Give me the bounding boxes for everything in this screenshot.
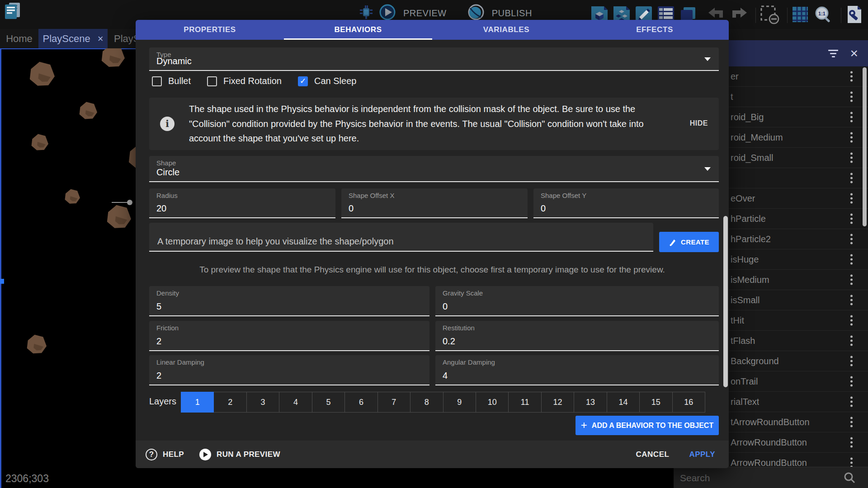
layer-button-1[interactable]: 1 <box>181 392 214 413</box>
kebab-menu-icon[interactable] <box>850 315 853 326</box>
angular-damping-field[interactable]: Angular Damping 4 <box>435 355 719 385</box>
svg-text:1:1: 1:1 <box>818 11 826 16</box>
shape-offset-x-field[interactable]: Shape Offset X 0 <box>341 188 528 218</box>
linear-damping-field[interactable]: Linear Damping 2 <box>149 355 429 385</box>
can-sleep-label: Can Sleep <box>314 76 356 86</box>
friction-field[interactable]: Friction 2 <box>149 321 429 351</box>
temp-image-field[interactable] <box>149 223 653 252</box>
gravity-scale-field[interactable]: Gravity Scale 0 <box>435 286 719 316</box>
help-icon[interactable]: ? <box>146 449 157 460</box>
layer-button-15[interactable]: 15 <box>640 392 672 413</box>
can-sleep-checkbox[interactable]: ✓ <box>298 76 308 86</box>
kebab-menu-icon[interactable] <box>850 132 853 143</box>
kebab-menu-icon[interactable] <box>850 92 853 102</box>
layer-button-6[interactable]: 6 <box>345 392 377 413</box>
info-text: The shape used in the Physics behavior i… <box>189 102 675 146</box>
physics-flags-row: Bullet Fixed Rotation ✓ Can Sleep <box>152 76 366 86</box>
dialog-footer: ? HELP RUN A PREVIEW CANCEL APPLY <box>136 441 729 468</box>
layer-button-14[interactable]: 14 <box>607 392 640 413</box>
type-select[interactable]: Type Dynamic <box>149 47 719 71</box>
restitution-field[interactable]: Restitution 0.2 <box>435 321 719 351</box>
density-field[interactable]: Density 5 <box>149 286 429 316</box>
kebab-menu-icon[interactable] <box>850 397 853 407</box>
kebab-menu-icon[interactable] <box>850 437 853 448</box>
layer-buttons: 12345678910111213141516 <box>181 392 705 413</box>
object-search-bar <box>674 467 868 488</box>
kebab-menu-icon[interactable] <box>850 336 853 346</box>
add-behavior-button[interactable]: + ADD A BEHAVIOR TO THE OBJECT <box>576 416 719 435</box>
zoom-original-icon[interactable]: 1:1 <box>813 5 833 26</box>
layer-button-16[interactable]: 16 <box>673 392 705 413</box>
layer-button-4[interactable]: 4 <box>279 392 312 413</box>
layer-button-12[interactable]: 12 <box>542 392 574 413</box>
tab-playscene[interactable]: PlayScene × <box>38 29 108 48</box>
layer-button-3[interactable]: 3 <box>247 392 279 413</box>
cursor-coordinates: 2306;303 <box>5 473 49 485</box>
preview-hint: To preview the shape that the Physics en… <box>136 265 729 275</box>
fixed-rotation-checkbox[interactable] <box>207 76 217 86</box>
tab-effects[interactable]: EFFECTS <box>580 20 729 40</box>
info-icon: i <box>160 117 175 131</box>
apply-button[interactable]: APPLY <box>689 450 715 459</box>
kebab-menu-icon[interactable] <box>850 71 853 82</box>
layer-button-10[interactable]: 10 <box>476 392 509 413</box>
layer-button-8[interactable]: 8 <box>410 392 443 413</box>
panel-scrollbar[interactable] <box>863 67 867 226</box>
grid-icon[interactable] <box>791 5 809 25</box>
kebab-menu-icon[interactable] <box>850 275 853 285</box>
debug-icon[interactable] <box>358 4 374 22</box>
radius-field[interactable]: Radius 20 <box>149 188 335 218</box>
run-preview-icon[interactable] <box>199 449 211 460</box>
cancel-button[interactable]: CANCEL <box>636 450 670 459</box>
tab-close-icon[interactable]: × <box>98 33 104 45</box>
project-manager-icon[interactable] <box>4 2 22 22</box>
shape-label: Shape <box>156 159 176 167</box>
layer-button-7[interactable]: 7 <box>378 392 410 413</box>
kebab-menu-icon[interactable] <box>850 214 853 224</box>
close-panel-icon[interactable]: × <box>850 47 858 60</box>
kebab-menu-icon[interactable] <box>850 193 853 204</box>
project-settings-icon[interactable] <box>845 5 864 26</box>
temp-image-input[interactable] <box>156 236 612 247</box>
kebab-menu-icon[interactable] <box>850 376 853 387</box>
kebab-menu-icon[interactable] <box>850 417 853 427</box>
layer-button-5[interactable]: 5 <box>312 392 345 413</box>
dialog-scrollbar[interactable] <box>723 216 728 387</box>
tab-playscene-label: PlayScene <box>42 33 90 45</box>
shape-value: Circle <box>156 167 179 178</box>
tab-variables[interactable]: VARIABLES <box>432 20 580 40</box>
kebab-menu-icon[interactable] <box>850 254 853 265</box>
tab-home[interactable]: Home <box>0 29 38 48</box>
chevron-down-icon <box>704 57 711 61</box>
kebab-menu-icon[interactable] <box>850 356 853 366</box>
layers-row: Layers 12345678910111213141516 <box>149 392 719 413</box>
layer-button-11[interactable]: 11 <box>509 392 541 413</box>
preview-button[interactable]: PREVIEW <box>403 8 447 19</box>
shape-select[interactable]: Shape Circle <box>149 156 719 182</box>
redo-icon[interactable] <box>730 6 748 24</box>
run-preview-button[interactable]: RUN A PREVIEW <box>217 450 280 459</box>
help-button[interactable]: HELP <box>163 450 184 459</box>
bullet-label: Bullet <box>168 76 191 86</box>
kebab-menu-icon[interactable] <box>850 295 853 305</box>
layer-button-13[interactable]: 13 <box>574 392 607 413</box>
shape-offset-y-field[interactable]: Shape Offset Y 0 <box>533 188 719 218</box>
kebab-menu-icon[interactable] <box>850 173 853 183</box>
kebab-menu-icon[interactable] <box>850 234 853 244</box>
tab-properties[interactable]: PROPERTIES <box>136 20 284 40</box>
fixed-rotation-label: Fixed Rotation <box>223 76 282 86</box>
publish-button[interactable]: PUBLISH <box>492 8 532 19</box>
layer-button-9[interactable]: 9 <box>443 392 476 413</box>
brush-icon <box>669 238 677 246</box>
bullet-checkbox[interactable] <box>152 76 162 86</box>
layer-button-2[interactable]: 2 <box>214 392 246 413</box>
create-button[interactable]: CREATE <box>659 232 719 252</box>
kebab-menu-icon[interactable] <box>850 112 853 122</box>
search-input[interactable] <box>679 470 830 486</box>
kebab-menu-icon[interactable] <box>850 153 853 163</box>
tab-behaviors[interactable]: BEHAVIORS <box>284 20 432 40</box>
deselect-instances-icon[interactable] <box>760 5 779 26</box>
filter-icon[interactable] <box>828 50 838 57</box>
chevron-down-icon <box>704 167 711 171</box>
hide-button[interactable]: HIDE <box>690 119 708 127</box>
